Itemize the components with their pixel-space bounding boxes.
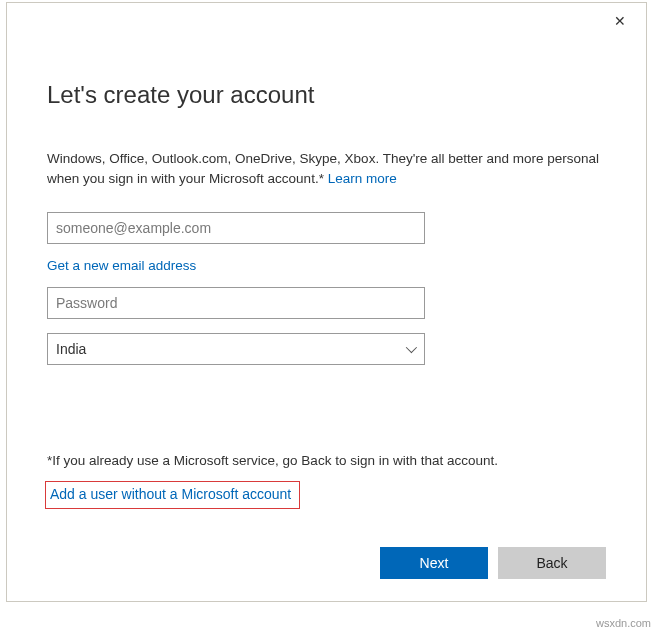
watermark: wsxdn.com xyxy=(596,617,651,629)
next-button[interactable]: Next xyxy=(380,547,488,579)
country-selected-value: India xyxy=(56,341,86,357)
email-field[interactable] xyxy=(47,212,425,244)
country-dropdown[interactable]: India xyxy=(47,333,425,365)
dialog-window: ✕ Let's create your account Windows, Off… xyxy=(6,2,647,602)
dialog-content: Let's create your account Windows, Offic… xyxy=(7,3,646,365)
close-icon[interactable]: ✕ xyxy=(608,9,632,33)
get-new-email-link[interactable]: Get a new email address xyxy=(47,258,606,273)
description-text: Windows, Office, Outlook.com, OneDrive, … xyxy=(47,149,606,190)
add-user-without-account-link[interactable]: Add a user without a Microsoft account xyxy=(45,481,300,509)
description-body: Windows, Office, Outlook.com, OneDrive, … xyxy=(47,151,599,186)
back-button[interactable]: Back xyxy=(498,547,606,579)
chevron-down-icon xyxy=(406,341,417,352)
page-title: Let's create your account xyxy=(47,81,606,109)
learn-more-link[interactable]: Learn more xyxy=(328,171,397,186)
footer-note: *If you already use a Microsoft service,… xyxy=(47,453,498,468)
button-row: Next Back xyxy=(380,547,606,579)
password-field[interactable] xyxy=(47,287,425,319)
